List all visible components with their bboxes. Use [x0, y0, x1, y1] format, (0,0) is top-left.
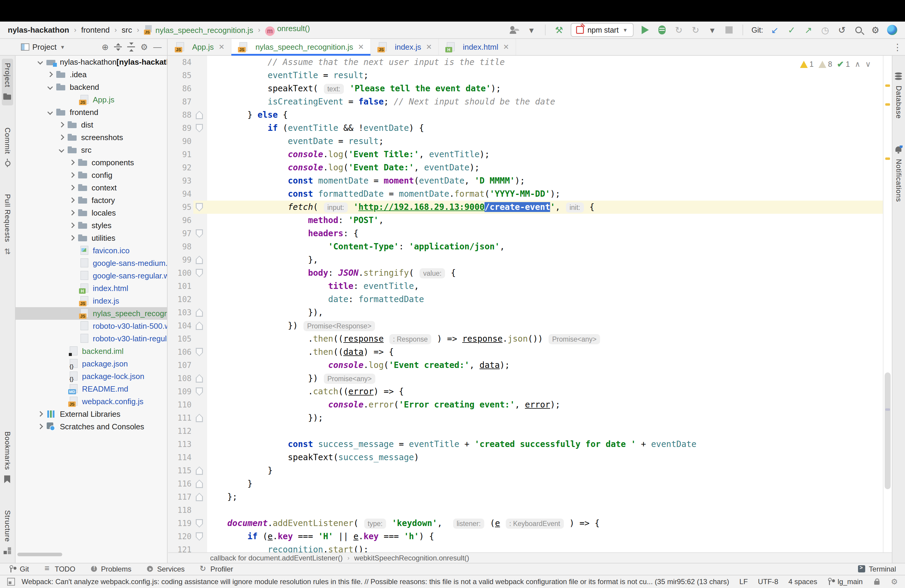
tree-item[interactable]: package.json	[16, 358, 167, 370]
prev-issue-icon[interactable]: ∧	[855, 60, 861, 69]
chevron-down-icon[interactable]	[44, 108, 56, 117]
toolwindow-button-todo[interactable]: TODO	[44, 565, 75, 573]
gutter[interactable]: 98	[168, 240, 207, 253]
fold-end-icon[interactable]	[196, 480, 203, 488]
tree-item[interactable]: nylas-hackathon [nylas-hackath	[16, 56, 167, 68]
fold-end-icon[interactable]	[196, 256, 203, 264]
tree-item[interactable]: backend.iml	[16, 345, 167, 358]
project-view-selector[interactable]: Project ▾	[21, 41, 65, 53]
gutter[interactable]: 93	[168, 174, 207, 188]
tab-close-icon[interactable]: ✕	[426, 43, 432, 51]
fold-start-icon[interactable]	[196, 532, 203, 541]
chevron-down-icon[interactable]	[56, 146, 67, 154]
tree-item[interactable]: backend	[16, 81, 167, 94]
gutter[interactable]: 104	[168, 319, 207, 332]
panel-settings-gear-icon[interactable]: ⚙	[140, 42, 148, 52]
caret-position[interactable]: 95:62 (13 chars)	[677, 577, 729, 586]
file-encoding[interactable]: UTF-8	[758, 577, 778, 586]
stripe-button-database[interactable]: Database	[893, 68, 904, 123]
tree-item[interactable]: context	[16, 181, 167, 194]
gutter[interactable]: 101	[168, 280, 207, 293]
breadcrumb-item[interactable]: monresult()	[265, 24, 310, 36]
dropdown-caret-icon[interactable]: ▾	[526, 24, 537, 36]
tree-item[interactable]: config	[16, 169, 167, 181]
breadcrumb-item[interactable]: nylas-hackathon	[8, 25, 69, 35]
tab-close-icon[interactable]: ✕	[358, 43, 364, 51]
inspection-warning[interactable]: 1	[800, 60, 814, 68]
toolwindow-button-problems[interactable]: Problems	[90, 565, 132, 573]
fold-start-icon[interactable]	[196, 124, 203, 132]
coverage-icon[interactable]: ↻	[674, 24, 684, 36]
scrollbar-thumb[interactable]	[884, 372, 891, 489]
gutter[interactable]: 113	[168, 438, 207, 451]
tree-item[interactable]: factory	[16, 194, 167, 207]
stripe-button-pull-requests[interactable]: Pull Requests	[2, 190, 13, 260]
gutter[interactable]: 99	[168, 253, 207, 267]
debug-button[interactable]	[657, 24, 667, 36]
breadcrumb-item[interactable]: nylas_speech_recognition.js	[144, 25, 253, 35]
chevron-right-icon[interactable]	[56, 120, 67, 129]
tree-item[interactable]: dist	[16, 119, 167, 131]
code-with-me-icon[interactable]	[510, 24, 520, 36]
gutter[interactable]: 114	[168, 451, 207, 464]
gutter[interactable]: 91	[168, 148, 207, 161]
chevron-down-icon[interactable]	[35, 57, 46, 67]
tab-close-icon[interactable]: ✕	[503, 43, 509, 51]
git-update-icon[interactable]: ↙	[770, 24, 780, 36]
gutter[interactable]: 110	[168, 398, 207, 412]
code-area[interactable]: 84 // Assume that the next user input is…	[168, 56, 892, 552]
fold-start-icon[interactable]	[196, 388, 203, 396]
gutter[interactable]: 105	[168, 332, 207, 345]
gutter[interactable]: 102	[168, 293, 207, 306]
tree-item[interactable]: README.md	[16, 383, 167, 395]
gutter[interactable]: 109	[168, 385, 207, 398]
fold-end-icon[interactable]	[196, 374, 203, 383]
gutter[interactable]: 119	[168, 517, 207, 530]
tree-item[interactable]: utilities	[16, 232, 167, 244]
tab-index.html[interactable]: index.html✕	[439, 39, 516, 55]
stripe-mark[interactable]	[885, 103, 890, 106]
tool-window-switcher-icon[interactable]	[7, 578, 15, 586]
inspection-ok[interactable]: ✔1	[837, 59, 850, 69]
fold-end-icon[interactable]	[196, 493, 203, 501]
fold-end-icon[interactable]	[196, 308, 203, 317]
tree-item[interactable]: google-sans-medium.w	[16, 257, 167, 269]
tab-index.js[interactable]: index.js✕	[371, 39, 439, 55]
chevron-right-icon[interactable]	[35, 410, 46, 418]
profile-sphere-icon[interactable]	[887, 24, 897, 36]
chevron-right-icon[interactable]	[56, 133, 67, 142]
gutter[interactable]: 111	[168, 412, 207, 424]
chevron-right-icon[interactable]	[67, 158, 78, 167]
toolwindow-button-terminal[interactable]: Terminal	[858, 565, 896, 573]
fold-end-icon[interactable]	[196, 466, 203, 475]
gutter[interactable]: 106	[168, 345, 207, 359]
gutter[interactable]: 117	[168, 490, 207, 504]
tree-item[interactable]: index.html	[16, 282, 167, 295]
gutter[interactable]: 118	[168, 504, 207, 517]
tabs-more-icon[interactable]: ⋮	[893, 42, 902, 52]
tree-item[interactable]: nylas_speech_recogniti	[16, 307, 167, 320]
stripe-button-notifications[interactable]: Notifications	[893, 141, 904, 206]
gutter[interactable]: 107	[168, 359, 207, 372]
gutter[interactable]: 94	[168, 188, 207, 200]
tree-item[interactable]: locales	[16, 207, 167, 219]
toolwindow-button-services[interactable]: Services	[146, 565, 185, 573]
stripe-mark[interactable]	[885, 84, 890, 87]
gutter[interactable]: 100	[168, 267, 207, 280]
git-push-icon[interactable]: ↗	[803, 24, 813, 36]
run-more-caret-icon[interactable]: ▾	[707, 24, 718, 36]
history-clock-icon[interactable]: ◷	[820, 24, 830, 36]
gutter[interactable]: 88	[168, 108, 207, 122]
run-button[interactable]	[640, 24, 650, 36]
tree-item[interactable]: components	[16, 156, 167, 169]
tree-item[interactable]: Scratches and Consoles	[16, 420, 167, 433]
gutter[interactable]: 87	[168, 95, 207, 108]
chevron-right-icon[interactable]	[35, 422, 46, 431]
build-hammer-icon[interactable]: ⚒	[554, 24, 564, 36]
gutter[interactable]: 90	[168, 135, 207, 148]
tab-App.js[interactable]: App.js✕	[168, 39, 231, 55]
indent-setting[interactable]: 4 spaces	[789, 577, 817, 586]
stop-button[interactable]	[724, 24, 734, 36]
chevron-right-icon[interactable]	[44, 70, 56, 79]
tree-item[interactable]: App.js	[16, 94, 167, 106]
